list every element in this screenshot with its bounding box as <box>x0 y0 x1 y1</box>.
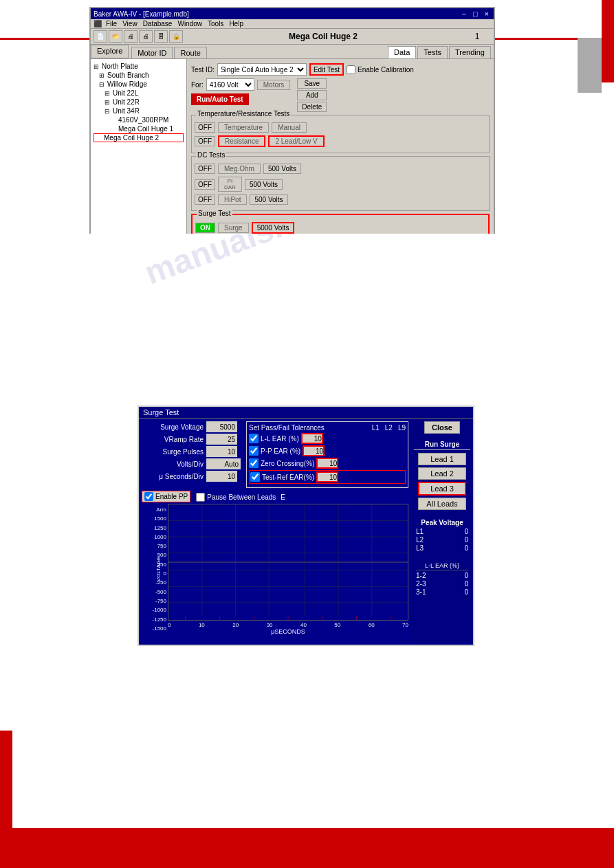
tol-row-2: Zero Crossing(%) <box>249 458 406 469</box>
open-btn[interactable]: 📂 <box>109 30 122 43</box>
enable-calib-check[interactable] <box>347 65 355 74</box>
awa-titlebar: Baker AWA-IV - [Example.mdb] − □ × <box>91 8 494 19</box>
dc-test-2[interactable]: HiPot <box>218 194 247 205</box>
tab-tests[interactable]: Tests <box>417 46 448 58</box>
tolerance-section: Set Pass/Fail Tolerances L1 L2 L9 L-L EA… <box>246 421 408 488</box>
menu-database[interactable]: Database <box>143 20 173 27</box>
print-btn[interactable]: 🖨 <box>124 30 138 43</box>
tab-motor-id[interactable]: Motor ID <box>131 47 173 58</box>
tol-val-0[interactable] <box>301 433 323 444</box>
tol-label-0: L-L EAR (%) <box>261 435 299 443</box>
tol-val-3[interactable] <box>316 471 338 482</box>
tree-unit22r[interactable]: ⊞ Unit 22R <box>94 98 184 107</box>
surge-row: ON Surge 5000 Volts <box>195 222 485 234</box>
side-btns: Save Add Delete <box>297 78 327 112</box>
vramp-input[interactable] <box>206 434 237 445</box>
resistance-btn[interactable]: Resistance <box>218 135 265 147</box>
tol-check-2[interactable] <box>249 458 259 468</box>
temp-row: OFF Temperature Manual <box>195 122 486 133</box>
surge-on-btn[interactable]: ON <box>195 223 215 233</box>
edit-test-btn[interactable]: Edit Test <box>309 63 344 76</box>
tree-south-branch[interactable]: ⊞ South Branch <box>94 71 184 80</box>
menu-tools[interactable]: Tools <box>208 20 223 27</box>
delete-btn[interactable]: Delete <box>297 102 327 112</box>
tree-north-platte[interactable]: ⊞ North Platte <box>94 62 184 71</box>
lead1-btn[interactable]: Lead 1 <box>418 453 466 465</box>
dc-row-1: OFF PI DAR 500 Volts <box>195 177 486 192</box>
for-label: For: <box>191 81 204 89</box>
dc-tests-title: DC Tests <box>196 151 226 159</box>
dc-off-2[interactable]: OFF <box>195 194 215 205</box>
peak-voltage-section: Peak Voltage L1 0 L2 0 L3 0 <box>414 517 470 555</box>
lock-btn[interactable]: 🔒 <box>169 30 183 43</box>
dc-off-1[interactable]: OFF <box>195 179 215 190</box>
menu-window[interactable]: Window <box>177 20 202 27</box>
tab-trending[interactable]: Trending <box>449 46 491 58</box>
lead3-btn[interactable]: Lead 3 <box>418 482 466 496</box>
print2-btn[interactable]: 🖨 <box>139 30 153 43</box>
peak-l2-row: L2 0 <box>416 536 468 544</box>
motors-btn[interactable]: Motors <box>257 80 291 90</box>
chart-x-labels: 010203040506070 <box>168 622 408 628</box>
lead2-btn[interactable]: Lead 2 <box>418 467 466 480</box>
surge-pulses-input[interactable] <box>206 446 237 457</box>
tab-explore[interactable]: Explore <box>91 45 129 58</box>
pause-check[interactable] <box>196 493 205 502</box>
db-btn[interactable]: 🗄 <box>154 30 168 43</box>
test-id-label: Test ID: <box>191 66 215 74</box>
enable-pp-check[interactable] <box>144 492 153 501</box>
tab-data[interactable]: Data <box>388 46 416 58</box>
dc-volt-2[interactable]: 500 Volts <box>250 194 287 205</box>
add-btn[interactable]: Add <box>297 90 327 100</box>
all-leads-btn[interactable]: All Leads <box>418 498 466 510</box>
volts-div-input[interactable] <box>206 458 241 469</box>
tol-val-2[interactable] <box>316 458 338 469</box>
new-btn[interactable]: 📄 <box>94 30 107 43</box>
minimize-btn[interactable]: − <box>459 10 468 18</box>
test-id-select[interactable]: Single Coil Auto Huge 2 <box>217 63 307 76</box>
menu-file[interactable]: File <box>106 20 117 27</box>
surge-btn[interactable]: Surge <box>218 223 249 233</box>
chart-y-n500: -500 <box>155 589 166 595</box>
temp-off-btn[interactable]: OFF <box>195 122 215 133</box>
ll-ear-12-row: 1-2 0 <box>416 572 468 579</box>
resist-off-btn[interactable]: OFF <box>195 136 215 146</box>
run-auto-btn[interactable]: Run/Auto Test <box>191 93 249 105</box>
chart-y-0: 0 <box>164 570 166 577</box>
maximize-btn[interactable]: □ <box>471 10 480 18</box>
tree-unit34r[interactable]: ⊟ Unit 34R <box>94 107 184 115</box>
tol-check-1[interactable] <box>249 446 259 456</box>
tree-mega-coil1[interactable]: Mega Coil Huge 1 <box>94 124 184 133</box>
surge-voltage-label: Surge Voltage <box>142 423 204 431</box>
surge-volt-btn[interactable]: 5000 Volts <box>252 222 295 234</box>
tol-val-1[interactable] <box>303 445 325 456</box>
tol-check-0[interactable] <box>249 434 259 443</box>
surge-voltage-input[interactable] <box>206 421 237 432</box>
save-btn[interactable]: Save <box>297 78 327 89</box>
tree-unit22l[interactable]: ⊞ Unit 22L <box>94 89 184 98</box>
chart-y-n1250: -1250 <box>153 616 166 623</box>
manual-btn[interactable]: Manual <box>272 122 307 133</box>
awa-title: Baker AWA-IV - [Example.mdb] <box>94 10 189 18</box>
dc-test-1[interactable]: PI DAR <box>218 177 242 192</box>
menu-view[interactable]: View <box>122 20 138 27</box>
menu-help[interactable]: Help <box>229 20 243 27</box>
lead-low-btn[interactable]: 2 Lead/Low V <box>268 135 324 147</box>
for-select[interactable]: 4160 Volt <box>206 78 254 91</box>
tree-4160v[interactable]: 4160V_300RPM <box>94 115 184 124</box>
dc-test-0[interactable]: Meg.Ohm <box>218 164 261 174</box>
temperature-btn[interactable]: Temperature <box>218 122 269 133</box>
tree-willow-ridge[interactable]: ⊟ Willow Ridge <box>94 80 184 89</box>
enable-pp-label: Enable PP <box>155 493 188 500</box>
dc-volt-1[interactable]: 500 Volts <box>245 179 283 190</box>
tree-mega-coil2[interactable]: Mega Coil Huge 2 <box>94 133 184 142</box>
close-btn[interactable]: × <box>483 10 491 18</box>
dc-off-0[interactable]: OFF <box>195 164 215 174</box>
tab-route[interactable]: Route <box>174 47 206 58</box>
tol-check-3[interactable] <box>250 472 260 482</box>
ll-ear-23-val: 0 <box>464 580 468 588</box>
dc-volt-0[interactable]: 500 Volts <box>263 164 301 174</box>
dialog-close-btn[interactable]: Close <box>424 421 460 434</box>
peak-l3-row: L3 0 <box>416 544 468 552</box>
usec-div-input[interactable] <box>206 471 237 482</box>
